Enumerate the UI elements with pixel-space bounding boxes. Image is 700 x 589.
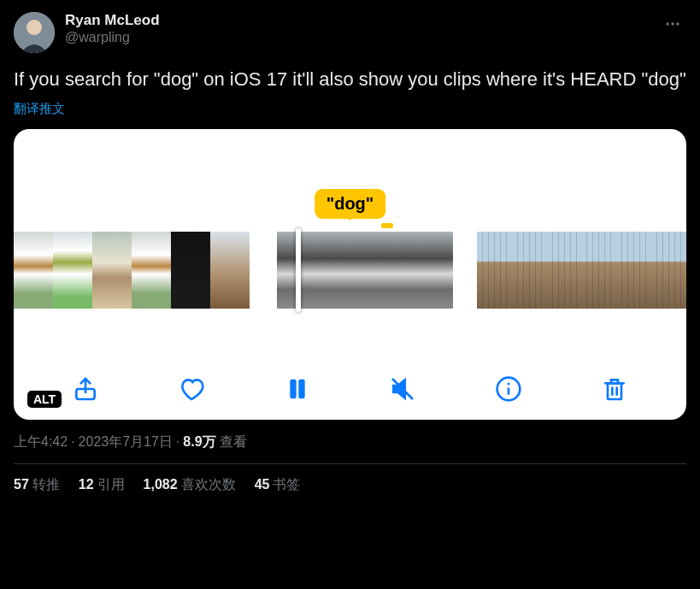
video-scrubber[interactable] [14, 232, 686, 309]
clip-group[interactable] [14, 232, 253, 309]
media-toolbar [14, 375, 686, 403]
clip-frame [547, 232, 582, 309]
svg-point-4 [676, 22, 679, 25]
svg-point-3 [671, 22, 674, 25]
svg-rect-7 [299, 380, 304, 398]
author-name[interactable]: Ryan McLeod [65, 12, 659, 29]
divider [14, 463, 686, 464]
avatar[interactable] [14, 12, 55, 53]
caption-marker [381, 223, 393, 228]
clip-frame [512, 232, 547, 309]
tweet-header: Ryan McLeod @warpling [14, 12, 686, 53]
share-button[interactable] [72, 375, 99, 403]
clip-frame [581, 232, 616, 309]
clip-frame [132, 232, 171, 309]
media-attachment[interactable]: "dog" [14, 129, 686, 420]
bookmarks-stat[interactable]: 45书签 [255, 476, 301, 494]
author-block: Ryan McLeod @warpling [65, 12, 659, 46]
clip-frame [14, 232, 53, 309]
clip-frame [336, 232, 395, 309]
clip-group[interactable] [477, 232, 686, 309]
tweet-container: Ryan McLeod @warpling If you search for … [0, 0, 700, 494]
svg-point-1 [26, 20, 42, 35]
like-button[interactable] [178, 375, 205, 403]
clip-frame [210, 232, 250, 309]
clip-frame [171, 232, 210, 309]
views-label: 查看 [220, 434, 247, 449]
likes-stat[interactable]: 1,082喜欢次数 [144, 476, 236, 494]
clip-frame [53, 232, 92, 309]
alt-badge[interactable]: ALT [27, 391, 62, 408]
svg-point-2 [667, 22, 669, 25]
delete-button[interactable] [601, 375, 628, 403]
tweet-meta: 上午4:42·2023年7月17日·8.9万 查看 [14, 433, 686, 451]
views-count[interactable]: 8.9万 [183, 434, 215, 449]
more-options-button[interactable] [659, 12, 686, 36]
clip-frame [616, 232, 651, 309]
author-handle[interactable]: @warpling [65, 29, 659, 46]
engagement-stats: 57转推 12引用 1,082喜欢次数 45书签 [14, 476, 686, 494]
clip-frame [92, 232, 132, 309]
tweet-date[interactable]: 2023年7月17日 [79, 434, 173, 449]
playhead[interactable] [296, 228, 301, 312]
info-button[interactable] [495, 375, 522, 403]
clip-group[interactable] [277, 232, 453, 309]
clip-frame [651, 232, 686, 309]
quotes-stat[interactable]: 12引用 [79, 476, 125, 494]
clip-frame [477, 232, 512, 309]
mute-button[interactable] [389, 375, 416, 403]
retweets-stat[interactable]: 57转推 [14, 476, 60, 494]
caption-tooltip: "dog" [315, 189, 386, 219]
svg-point-11 [508, 382, 510, 385]
clip-frame [277, 232, 336, 309]
clip-frame [394, 232, 453, 309]
svg-rect-6 [291, 380, 296, 398]
tweet-time[interactable]: 上午4:42 [14, 434, 68, 449]
pause-button[interactable] [284, 375, 311, 403]
translate-link[interactable]: 翻译推文 [14, 101, 686, 117]
tweet-text: If you search for "dog" on iOS 17 it'll … [14, 67, 686, 92]
